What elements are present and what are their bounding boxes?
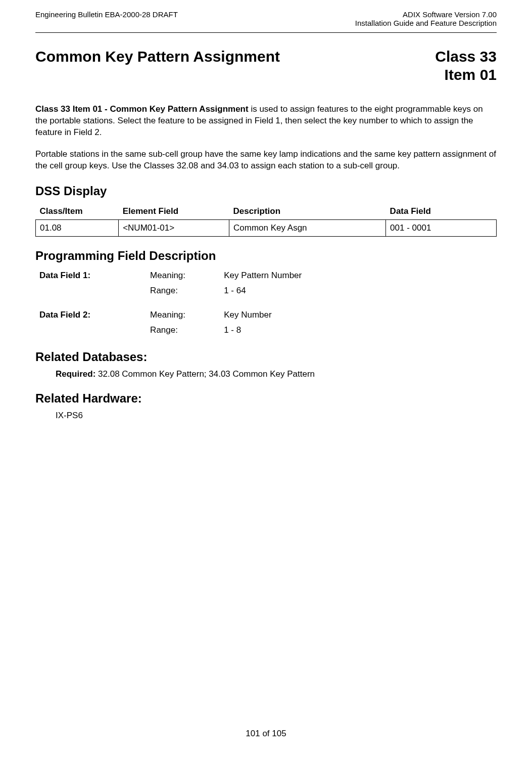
- field2-range-row: Range: 1 - 8: [35, 323, 497, 338]
- related-hw-text: IX-PS6: [56, 411, 497, 421]
- header-right-line1: ADIX Software Version 7.00: [355, 10, 497, 19]
- field2-label-empty: [35, 323, 146, 338]
- field1-label: Data Field 1:: [35, 268, 146, 283]
- header-left: Engineering Bulletin EBA-2000-28 DRAFT: [35, 10, 178, 27]
- field2-meaning-value: Key Number: [220, 307, 497, 323]
- required-value: 32.08 Common Key Pattern; 34.03 Common K…: [98, 369, 315, 379]
- related-hardware-heading: Related Hardware:: [35, 391, 497, 406]
- title-row: Common Key Pattern Assignment Class 33 I…: [35, 48, 497, 83]
- related-db-text: Required: 32.08 Common Key Pattern; 34.0…: [56, 369, 497, 379]
- field2-meaning-label: Meaning:: [146, 307, 220, 323]
- dss-data-row: 01.08 <NUM01-01> Common Key Asgn 001 - 0…: [36, 219, 497, 236]
- title-right-block: Class 33 Item 01: [435, 48, 497, 83]
- intro-bold-lead: Class 33 Item 01 - Common Key Pattern As…: [35, 104, 249, 114]
- field1-range-value: 1 - 64: [220, 283, 497, 298]
- field2-range-value: 1 - 8: [220, 323, 497, 338]
- dss-header-datafield: Data Field: [386, 203, 497, 220]
- field2-range-label: Range:: [146, 323, 220, 338]
- page-header: Engineering Bulletin EBA-2000-28 DRAFT A…: [0, 0, 532, 27]
- item-title: Item 01: [435, 66, 497, 83]
- dss-table: Class/Item Element Field Description Dat…: [35, 203, 497, 237]
- dss-header-elementfield: Element Field: [119, 203, 229, 220]
- related-databases-heading: Related Databases:: [35, 350, 497, 364]
- page-footer: 101 of 105: [0, 729, 532, 739]
- dss-header-row: Class/Item Element Field Description Dat…: [36, 203, 497, 220]
- header-right-line2: Installation Guide and Feature Descripti…: [355, 19, 497, 27]
- dss-cell-description: Common Key Asgn: [229, 219, 386, 236]
- field-spacer-row: [35, 298, 497, 307]
- content-area: Common Key Pattern Assignment Class 33 I…: [0, 33, 532, 421]
- field1-meaning-row: Data Field 1: Meaning: Key Pattern Numbe…: [35, 268, 497, 283]
- field1-label-empty: [35, 283, 146, 298]
- dss-cell-datafield: 001 - 0001: [386, 219, 497, 236]
- dss-header-description: Description: [229, 203, 386, 220]
- dss-cell-classitem: 01.08: [36, 219, 119, 236]
- header-right: ADIX Software Version 7.00 Installation …: [355, 10, 497, 27]
- dss-heading: DSS Display: [35, 184, 497, 198]
- field1-range-row: Range: 1 - 64: [35, 283, 497, 298]
- field2-meaning-row: Data Field 2: Meaning: Key Number: [35, 307, 497, 323]
- field2-label: Data Field 2:: [35, 307, 146, 323]
- field1-meaning-label: Meaning:: [146, 268, 220, 283]
- programming-heading: Programming Field Description: [35, 249, 497, 263]
- main-title: Common Key Pattern Assignment: [35, 48, 280, 65]
- second-paragraph: Portable stations in the same sub-cell g…: [35, 149, 497, 172]
- class-title: Class 33: [435, 48, 497, 65]
- field1-range-label: Range:: [146, 283, 220, 298]
- dss-header-classitem: Class/Item: [36, 203, 119, 220]
- intro-paragraph: Class 33 Item 01 - Common Key Pattern As…: [35, 104, 497, 139]
- field1-meaning-value: Key Pattern Number: [220, 268, 497, 283]
- field-description-table: Data Field 1: Meaning: Key Pattern Numbe…: [35, 268, 497, 338]
- required-label: Required:: [56, 369, 98, 379]
- dss-cell-elementfield: <NUM01-01>: [119, 219, 229, 236]
